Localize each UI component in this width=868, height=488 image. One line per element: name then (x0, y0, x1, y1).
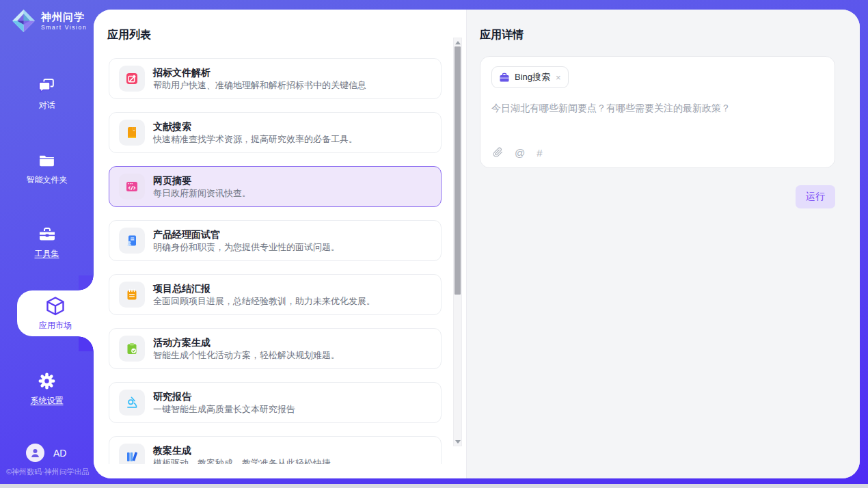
main-content: 应用列表 招标文件解析 帮助用户快速、准确地理解和解析招标书中的关键信息 (94, 10, 860, 478)
scrollbar-down-arrow-icon[interactable] (454, 437, 461, 446)
app-card-desc: 模板驱动，教案秒成，教学准备从此轻松快捷 (153, 459, 331, 464)
user-name: AD (53, 448, 66, 459)
paperclip-icon[interactable] (493, 147, 503, 158)
app-detail-title: 应用详情 (480, 28, 835, 41)
app-card-event-plan[interactable]: 活动方案生成 智能生成个性化活动方案，轻松解决规划难题。 (109, 328, 442, 369)
app-detail-panel: 应用详情 Bing搜索 × 今日湖北有哪些新闻要点？有哪些需要关注的最新政策？ (467, 10, 860, 478)
app-list: 招标文件解析 帮助用户快速、准确地理解和解析招标书中的关键信息 (109, 58, 442, 464)
app-card-project-summary[interactable]: 项目总结汇报 全面回顾项目进展，总结经验教训，助力未来优化发展。 (109, 274, 442, 315)
sidebar-item-smart-folder[interactable]: 智能文件夹 (0, 151, 94, 186)
gear-icon (38, 372, 56, 390)
app-card-desc: 全面回顾项目进展，总结经验教训，助力未来优化发展。 (153, 297, 375, 306)
sidebar-item-label: 工具集 (35, 248, 59, 260)
sidebar-item-label: 智能文件夹 (27, 174, 68, 186)
sidebar-item-chat[interactable]: 对话 (0, 77, 94, 111)
app-card-name: 网页摘要 (153, 176, 251, 185)
app-card-name: 项目总结汇报 (153, 284, 375, 293)
sidebar-item-toolset[interactable]: 工具集 (0, 226, 94, 260)
brand-logo: 神州问学 Smart Vision (11, 8, 87, 33)
brand-name: 神州问学 (41, 12, 87, 22)
run-button[interactable]: 运行 (796, 185, 835, 208)
app-card-name: 教案生成 (153, 446, 331, 455)
toolbox-icon (38, 226, 57, 243)
app-card-pm-interviewer[interactable]: 产品经理面试官 明确身份和职责，为您提供专业性的面试问题。 (109, 220, 442, 261)
app-card-literature-search[interactable]: 文献搜索 快速精准查找学术资源，提高研究效率的必备工具。 (109, 112, 442, 153)
sidebar-item-label: 对话 (39, 100, 55, 111)
app-list-panel: 应用列表 招标文件解析 帮助用户快速、准确地理解和解析招标书中的关键信息 (94, 10, 467, 478)
app-card-name: 产品经理面试官 (153, 230, 340, 239)
sidebar-item-label: 系统设置 (31, 395, 64, 407)
clipboard-check-icon (119, 336, 145, 362)
books-icon (119, 444, 145, 464)
user-account[interactable]: AD (26, 444, 66, 462)
app-card-desc: 明确身份和职责，为您提供专业性的面试问题。 (153, 243, 340, 252)
list-scrollbar[interactable] (453, 38, 462, 446)
chip-close-icon[interactable]: × (556, 72, 561, 83)
webpage-code-icon (119, 174, 145, 200)
mention-icon[interactable]: @ (515, 148, 525, 158)
notepad-icon (119, 282, 145, 308)
bid-document-icon (119, 66, 145, 92)
app-list-title: 应用列表 (107, 28, 466, 41)
tool-chip-label: Bing搜索 (515, 71, 550, 83)
sidebar-item-app-market[interactable]: 应用市场 (17, 290, 94, 336)
app-card-lesson-plan[interactable]: 教案生成 模板驱动，教案秒成，教学准备从此轻松快捷 (109, 436, 442, 464)
sidebar-item-label: 应用市场 (39, 320, 72, 331)
chat-icon (38, 77, 56, 95)
app-card-bid-parse[interactable]: 招标文件解析 帮助用户快速、准确地理解和解析招标书中的关键信息 (109, 58, 442, 99)
app-card-name: 研究报告 (153, 392, 295, 401)
sidebar: 神州问学 Smart Vision 对话 智能文件夹 (0, 0, 94, 484)
scrollbar-up-arrow-icon[interactable] (454, 38, 461, 46)
app-card-desc: 一键智能生成高质量长文本研究报告 (153, 405, 295, 414)
user-avatar-icon (26, 444, 44, 462)
briefcase-icon (499, 72, 510, 83)
sidebar-item-settings[interactable]: 系统设置 (0, 372, 94, 407)
app-frame: 神州问学 Smart Vision 对话 智能文件夹 (0, 0, 868, 484)
app-card-desc: 快速精准查找学术资源，提高研究效率的必备工具。 (153, 135, 357, 144)
gem-logo-icon (11, 8, 36, 33)
app-card-name: 活动方案生成 (153, 338, 340, 347)
app-card-name: 招标文件解析 (153, 68, 366, 77)
app-card-webpage-summary[interactable]: 网页摘要 每日政府新闻资讯快查。 (109, 166, 442, 207)
app-card-name: 文献搜索 (153, 122, 357, 131)
brand-subtitle: Smart Vision (41, 25, 87, 31)
interview-doc-icon (119, 228, 145, 254)
composer-toolbar: @ # (493, 147, 543, 158)
scrollbar-thumb[interactable] (455, 46, 461, 295)
app-card-desc: 帮助用户快速、准确地理解和解析招标书中的关键信息 (153, 81, 366, 90)
query-composer[interactable]: Bing搜索 × 今日湖北有哪些新闻要点？有哪些需要关注的最新政策？ @ # (480, 56, 835, 168)
copyright-text: ©神州数码·神州问学出品 (6, 467, 90, 477)
run-row: 运行 (480, 185, 835, 208)
microscope-icon (119, 390, 145, 416)
hash-icon[interactable]: # (537, 148, 542, 158)
cube-icon (45, 295, 66, 316)
app-card-desc: 智能生成个性化活动方案，轻松解决规划难题。 (153, 351, 340, 360)
book-icon (119, 120, 145, 146)
app-card-desc: 每日政府新闻资讯快查。 (153, 189, 251, 198)
app-card-research-report[interactable]: 研究报告 一键智能生成高质量长文本研究报告 (109, 382, 442, 423)
query-text-input[interactable]: 今日湖北有哪些新闻要点？有哪些需要关注的最新政策？ (491, 103, 824, 115)
tool-chip-bing-search[interactable]: Bing搜索 × (491, 66, 569, 88)
folder-icon (38, 151, 56, 170)
